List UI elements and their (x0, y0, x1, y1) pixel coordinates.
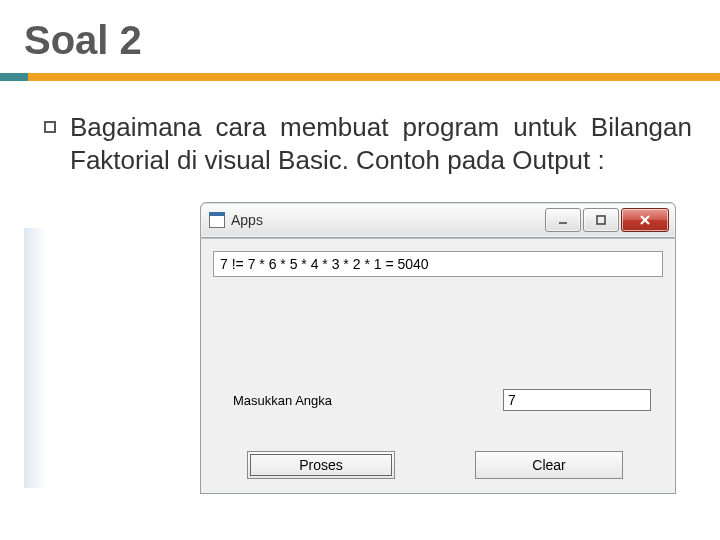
angka-input[interactable]: 7 (503, 389, 651, 411)
paragraph: Bagaimana cara membuat program untuk Bil… (70, 111, 692, 176)
maximize-icon (595, 214, 607, 226)
accent-teal (0, 73, 28, 81)
svg-rect-1 (597, 216, 605, 224)
input-row: Masukkan Angka 7 (233, 389, 651, 411)
titlebar[interactable]: Apps (200, 202, 676, 238)
form-icon (209, 212, 225, 228)
minimize-button[interactable] (545, 208, 581, 232)
accent-orange (28, 73, 720, 81)
output-textbox[interactable]: 7 != 7 * 6 * 5 * 4 * 3 * 2 * 1 = 5040 (213, 251, 663, 277)
close-icon (638, 214, 652, 226)
close-button[interactable] (621, 208, 669, 232)
window-controls (545, 208, 669, 232)
body-text: Bagaimana cara membuat program untuk Bil… (0, 81, 720, 176)
client-area: 7 != 7 * 6 * 5 * 4 * 3 * 2 * 1 = 5040 Ma… (200, 238, 676, 494)
maximize-button[interactable] (583, 208, 619, 232)
accent-divider (0, 73, 720, 81)
input-label: Masukkan Angka (233, 393, 503, 408)
decorative-strip (24, 228, 46, 488)
button-row: Proses Clear (247, 451, 651, 479)
bullet-icon (44, 121, 56, 133)
minimize-icon (557, 214, 569, 226)
clear-button[interactable]: Clear (475, 451, 623, 479)
page-title: Soal 2 (0, 0, 720, 63)
app-window: Apps 7 != 7 * 6 * 5 * 4 * 3 * 2 * 1 = 50… (200, 202, 676, 494)
window-title: Apps (231, 212, 545, 228)
proses-button[interactable]: Proses (247, 451, 395, 479)
